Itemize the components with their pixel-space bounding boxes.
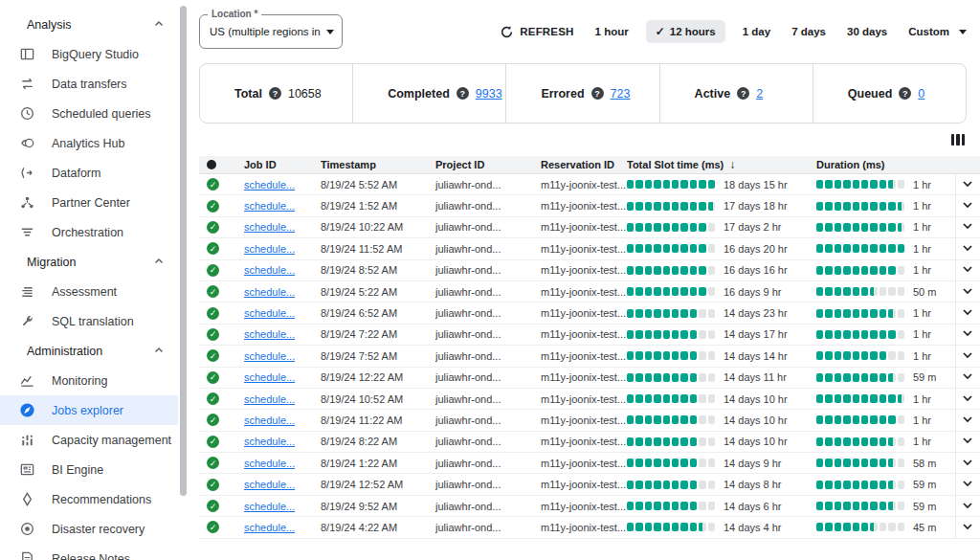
expand-row-button[interactable] xyxy=(955,260,979,280)
job-id-link[interactable]: schedule... xyxy=(244,458,295,469)
col-header-job-id[interactable]: Job ID xyxy=(244,159,321,170)
job-id-link[interactable]: schedule... xyxy=(244,221,295,233)
expand-row-button[interactable] xyxy=(955,432,979,452)
location-select[interactable]: Location * US (multiple regions in Un... xyxy=(199,14,343,49)
expand-row-button[interactable] xyxy=(955,410,979,430)
sidebar-item-bi-engine[interactable]: BI Engine xyxy=(0,455,178,484)
range-chip-30-days[interactable]: 30 days xyxy=(843,21,891,42)
sidebar-item-dataform[interactable]: Dataform xyxy=(0,158,178,188)
job-id-link[interactable]: schedule... xyxy=(244,264,295,276)
job-id-link[interactable]: schedule... xyxy=(244,393,295,405)
job-id-link[interactable]: schedule... xyxy=(244,350,295,362)
sidebar-item-analytics-hub[interactable]: Analytics Hub xyxy=(0,128,178,158)
job-status-cell: ✓ xyxy=(199,200,244,213)
expand-row-button[interactable] xyxy=(955,174,979,194)
job-id-link[interactable]: schedule... xyxy=(244,179,295,190)
timestamp-cell: 8/19/24 12:52 AM xyxy=(321,479,435,490)
col-header-project-id[interactable]: Project ID xyxy=(435,159,541,170)
stat-label: Queued xyxy=(848,87,893,101)
sidebar-item-orchestration[interactable]: Orchestration xyxy=(0,217,178,247)
help-icon[interactable]: ? xyxy=(269,87,281,100)
expand-row-button[interactable] xyxy=(955,217,979,237)
job-id-link[interactable]: schedule... xyxy=(244,479,295,490)
expand-row-button[interactable] xyxy=(955,346,979,366)
sidebar-item-capacity-management[interactable]: Capacity management xyxy=(0,425,178,455)
column-chooser-icon[interactable] xyxy=(951,134,965,146)
expand-row-button[interactable] xyxy=(955,453,979,473)
job-id-link[interactable]: schedule... xyxy=(244,307,295,319)
sort-desc-icon[interactable]: ↓ xyxy=(729,158,735,171)
job-id-link[interactable]: schedule... xyxy=(244,436,295,447)
status-filter-icon[interactable] xyxy=(207,160,216,169)
expand-row-button[interactable] xyxy=(955,389,979,409)
sidebar-item-recommendations[interactable]: Recommendations xyxy=(0,484,178,514)
project-id-cell: juliawhr-ond... xyxy=(435,328,541,340)
sidebar-item-assessment[interactable]: Assessment xyxy=(0,277,178,306)
help-icon[interactable]: ? xyxy=(737,87,749,100)
help-icon[interactable]: ? xyxy=(591,87,604,100)
expand-row-button[interactable] xyxy=(955,281,979,302)
range-chip-1-hour[interactable]: 1 hour xyxy=(591,21,633,42)
sidebar-item-scheduled-queries[interactable]: Scheduled queries xyxy=(0,99,178,128)
job-id-link[interactable]: schedule... xyxy=(244,501,295,512)
range-chip-12-hours[interactable]: ✓12 hours xyxy=(646,20,725,43)
reservation-id-cell: m11y-joonix-test... xyxy=(541,414,627,426)
job-id-link[interactable]: schedule... xyxy=(244,522,295,533)
col-header-slot-time[interactable]: Total Slot time (ms) ↓ xyxy=(627,158,816,171)
stat-value[interactable]: 0 xyxy=(918,87,924,101)
range-chip-7-days[interactable]: 7 days xyxy=(788,21,830,42)
success-check-icon: ✓ xyxy=(207,328,219,341)
sidebar-item-partner-center[interactable]: Partner Center xyxy=(0,188,178,217)
expand-row-button[interactable] xyxy=(955,302,979,323)
timestamp-cell: 8/19/24 11:52 AM xyxy=(321,243,435,255)
range-chip-1-day[interactable]: 1 day xyxy=(739,21,774,42)
help-icon[interactable]: ? xyxy=(899,87,911,100)
expand-row-button[interactable] xyxy=(955,517,979,537)
dropdown-caret-icon xyxy=(326,30,334,34)
stat-label: Total xyxy=(234,87,262,101)
sidebar-item-bigquery-studio[interactable]: BigQuery Studio xyxy=(0,39,178,69)
help-icon[interactable]: ? xyxy=(457,87,469,100)
success-check-icon: ✓ xyxy=(207,392,219,405)
expand-row-button[interactable] xyxy=(955,496,979,516)
col-header-reservation-id[interactable]: Reservation ID xyxy=(541,159,627,170)
status-column-header[interactable] xyxy=(199,160,244,169)
sidebar-scrollbar-thumb[interactable] xyxy=(180,6,187,496)
sidebar-item-jobs-explorer[interactable]: Jobs explorer xyxy=(0,395,178,425)
chevron-down-icon xyxy=(961,198,974,213)
job-id-link[interactable]: schedule... xyxy=(244,414,295,426)
stat-value[interactable]: 2 xyxy=(756,87,763,101)
stat-value[interactable]: 723 xyxy=(611,87,631,101)
monitoring-icon xyxy=(18,372,35,390)
duration-cell: 1 hr xyxy=(816,200,955,212)
job-id-link[interactable]: schedule... xyxy=(244,328,295,340)
job-id-link[interactable]: schedule... xyxy=(244,286,295,298)
expand-row-button[interactable] xyxy=(955,238,979,258)
project-id-cell: juliawhr-ond... xyxy=(435,307,541,319)
sidebar-item-monitoring[interactable]: Monitoring xyxy=(0,366,178,395)
sidebar-item-data-transfers[interactable]: Data transfers xyxy=(0,69,178,99)
col-header-duration[interactable]: Duration (ms) xyxy=(816,159,955,170)
sidebar-section-analysis[interactable]: Analysis xyxy=(0,10,178,39)
check-icon: ✓ xyxy=(656,25,665,38)
refresh-button[interactable]: REFRESH xyxy=(500,25,573,39)
slot-time-value: 14 days 4 hr xyxy=(724,522,782,533)
expand-row-button[interactable] xyxy=(955,474,979,494)
job-id-link[interactable]: schedule... xyxy=(244,371,295,383)
job-id-link[interactable]: schedule... xyxy=(244,200,295,212)
sidebar-item-disaster-recovery[interactable]: Disaster recovery xyxy=(0,514,178,544)
expand-row-button[interactable] xyxy=(955,325,979,345)
expand-row-button[interactable] xyxy=(955,368,979,388)
sidebar-item-release-notes[interactable]: Release Notes xyxy=(0,544,178,560)
sidebar-item-sql-translation[interactable]: SQL translation xyxy=(0,306,178,336)
sidebar-section-migration[interactable]: Migration xyxy=(0,247,178,277)
col-header-timestamp[interactable]: Timestamp xyxy=(321,159,435,170)
custom-range-button[interactable]: Custom xyxy=(908,26,967,37)
stat-value[interactable]: 9933 xyxy=(476,87,502,101)
expand-row-button[interactable] xyxy=(955,195,979,215)
location-value: US (multiple regions in Un... xyxy=(210,26,323,37)
job-id-link[interactable]: schedule... xyxy=(244,243,295,255)
slot-time-bar xyxy=(627,459,715,467)
sidebar-section-administration[interactable]: Administration xyxy=(0,336,178,366)
sidebar-scrollbar[interactable] xyxy=(178,0,190,560)
